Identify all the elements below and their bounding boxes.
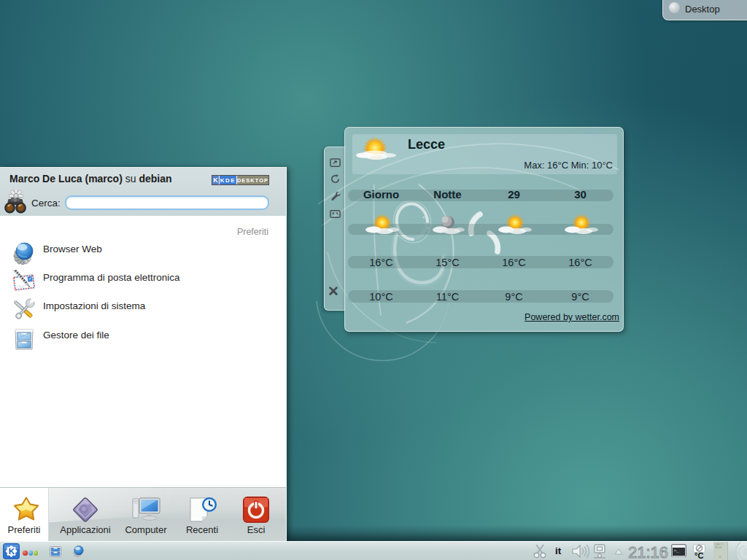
svg-text:>_: >_ xyxy=(673,548,679,553)
svg-text:K: K xyxy=(9,547,15,556)
